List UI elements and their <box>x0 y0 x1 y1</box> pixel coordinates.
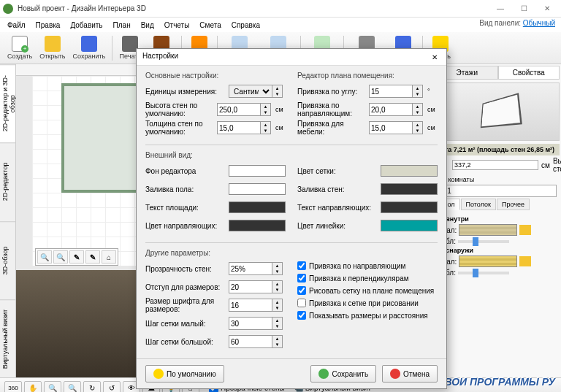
dialog-title: Настройки <box>142 52 178 62</box>
subtab-other[interactable]: Прочее <box>497 199 530 210</box>
room-info: ата 7,21 м² (площадь стен 26,85 м²) <box>436 144 560 155</box>
menu-file[interactable]: Файл <box>3 20 30 31</box>
tab-2d-3d[interactable]: 2D-редактор и 3D-обзор <box>0 64 15 142</box>
360-icon[interactable]: 360 <box>4 381 22 393</box>
chk-snap-perp[interactable] <box>297 274 306 283</box>
chk-draw-grid[interactable] <box>297 286 306 295</box>
side-tabs: 2D-редактор и 3D-обзор 2D-редактор 3D-об… <box>0 64 16 377</box>
room-name-input[interactable] <box>439 185 557 197</box>
grid-color-swatch[interactable] <box>381 165 438 177</box>
toolbar-создать[interactable]: Создать <box>4 34 35 61</box>
view-panel-link[interactable]: Обычный <box>523 19 555 27</box>
section-editor: Редактор плана помещения: <box>297 72 438 80</box>
chk-show-dims[interactable] <box>297 311 306 320</box>
font-size-input[interactable] <box>229 299 272 312</box>
y-input[interactable] <box>452 160 538 170</box>
tab-virtual[interactable]: Виртуальный визит <box>0 299 15 377</box>
grid-small-input[interactable] <box>229 317 272 330</box>
angle-input[interactable] <box>369 85 413 98</box>
subtab-ceiling[interactable]: Потолок <box>461 199 496 210</box>
save-button[interactable]: Сохранить <box>310 365 376 383</box>
section-other: Другие параметры: <box>145 249 438 257</box>
chk-snap-guides[interactable] <box>297 261 306 270</box>
room-3d-preview <box>436 82 560 141</box>
tab-properties[interactable]: Свойства <box>498 66 560 79</box>
guide-color-swatch[interactable] <box>229 220 286 231</box>
menu-reports[interactable]: Отчеты <box>160 20 194 31</box>
transparency-input[interactable] <box>229 262 272 275</box>
zoom-out-icon[interactable]: 🔍 <box>53 250 68 264</box>
section-appearance: Внешний вид: <box>145 151 438 159</box>
titlebar: Новый проект - Дизайн Интерьера 3D — ☐ ✕ <box>0 0 561 18</box>
rotate-ccw-icon[interactable]: ↺ <box>103 381 121 393</box>
settings-dialog: Настройки ✕ Основные настройки: Единицы … <box>136 48 447 389</box>
icon-open <box>45 36 61 52</box>
menu-estimate[interactable]: Смета <box>195 20 225 31</box>
hand-icon[interactable]: ✋ <box>24 381 42 393</box>
zoom-out-icon[interactable]: 🔍 <box>64 381 81 393</box>
wallfill-color-swatch[interactable] <box>381 183 438 195</box>
rotate-cw-icon[interactable]: ↻ <box>83 381 101 393</box>
zoom-tools: 🔍 🔍 ✎ ✎ ⌂ <box>35 248 118 266</box>
dim-offset-input[interactable] <box>229 280 272 293</box>
grid-large-input[interactable] <box>229 335 272 348</box>
chk-snap-grid[interactable] <box>297 299 306 307</box>
height-label: Высота стен: <box>553 157 561 173</box>
window-title: Новый проект - Дизайн Интерьера 3D <box>18 4 489 12</box>
menu-help[interactable]: Справка <box>227 20 264 31</box>
scale-inside-slider[interactable] <box>458 240 509 243</box>
section-main: Основные настройки: <box>145 72 286 80</box>
app-icon <box>3 4 13 14</box>
toolbar-сохранить[interactable]: Сохранить <box>70 34 109 61</box>
icon-save <box>81 36 97 52</box>
guide-input[interactable] <box>369 103 413 116</box>
reset-button[interactable]: По умолчанию <box>145 365 224 383</box>
tab-3d[interactable]: 3D-обзор <box>0 221 15 299</box>
guidetext-color-swatch[interactable] <box>381 201 438 213</box>
fill-color-swatch[interactable] <box>229 183 286 195</box>
room-name-label: ие комнаты <box>436 174 560 185</box>
text-color-swatch[interactable] <box>229 201 286 213</box>
wall-thick-input[interactable] <box>217 121 261 134</box>
properties-panel: Этажи Свойства ата 7,21 м² (площадь стен… <box>434 64 561 377</box>
menu-view[interactable]: Вид <box>137 20 159 31</box>
folder-icon[interactable] <box>519 225 531 235</box>
material-outside-preview[interactable] <box>459 255 517 267</box>
note-icon[interactable]: ✎ <box>85 250 100 264</box>
cancel-button[interactable]: Отмена <box>382 365 438 383</box>
wall-height-input[interactable] <box>217 103 261 116</box>
icon-new <box>12 36 28 52</box>
ruler-color-swatch[interactable] <box>381 220 438 231</box>
menu-add[interactable]: Добавить <box>66 20 107 31</box>
toolbar-открыть[interactable]: Открыть <box>37 34 68 61</box>
zoom-in-icon[interactable]: 🔍 <box>44 381 61 393</box>
dialog-close-button[interactable]: ✕ <box>429 52 440 62</box>
zoom-in-icon[interactable]: 🔍 <box>37 250 52 264</box>
ruler-icon[interactable]: ✎ <box>69 250 84 264</box>
tab-2d[interactable]: 2D-редактор <box>0 142 15 220</box>
outside-header: ы снаружи <box>438 247 557 254</box>
view-panel-label: Вид панели: Обычный <box>479 19 555 27</box>
home-icon[interactable]: ⌂ <box>102 250 116 264</box>
minimize-button[interactable]: — <box>489 1 511 16</box>
bg-color-swatch[interactable] <box>229 165 286 177</box>
folder-icon[interactable] <box>519 256 531 266</box>
material-inside-preview[interactable] <box>459 224 517 236</box>
menu-edit[interactable]: Правка <box>31 20 65 31</box>
scale-outside-slider[interactable] <box>458 272 509 274</box>
units-select[interactable]: Сантиметры <box>229 85 272 98</box>
close-button[interactable]: ✕ <box>536 1 558 16</box>
furn-input[interactable] <box>369 121 413 134</box>
watermark: ТВОИ ПРОГРАММЫ РУ <box>438 376 555 388</box>
menu-plan[interactable]: План <box>109 20 135 31</box>
menubar: Файл Правка Добавить План Вид Отчеты Сме… <box>0 18 561 32</box>
inside-header: ы внутри <box>438 215 557 223</box>
maximize-button[interactable]: ☐ <box>513 1 535 16</box>
